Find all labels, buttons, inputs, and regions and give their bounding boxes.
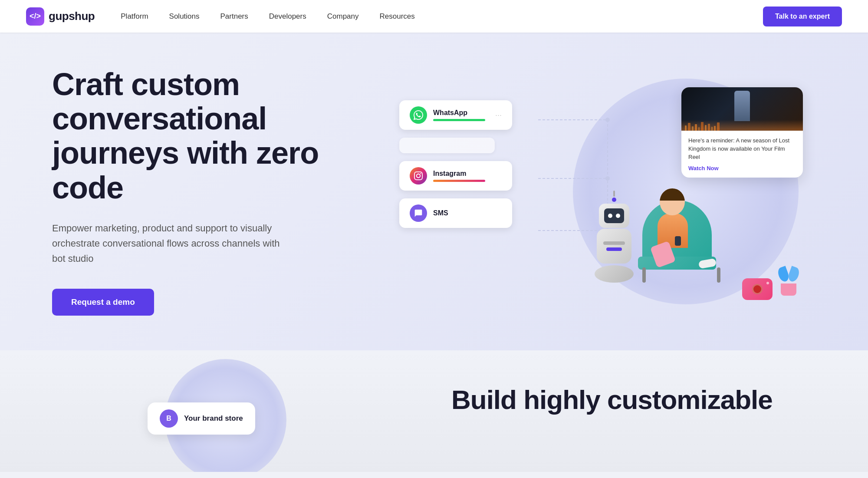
radio-decoration bbox=[742, 278, 773, 300]
sms-icon bbox=[410, 204, 427, 222]
robot-body bbox=[597, 229, 631, 264]
brand-store-card: B Your brand store bbox=[148, 402, 255, 435]
chair-leg-2 bbox=[717, 267, 720, 283]
instagram-channel: Instagram bbox=[399, 161, 512, 191]
nav-company[interactable]: Company bbox=[327, 12, 359, 21]
bottom-title: Build highly customizable bbox=[451, 385, 816, 415]
sms-label-area: SMS bbox=[433, 209, 448, 217]
instagram-bar bbox=[433, 180, 485, 182]
person-illustration bbox=[634, 161, 729, 291]
film-notification-card: Here's a reminder: A new season of Lost … bbox=[681, 87, 803, 178]
plant-leaves bbox=[779, 267, 799, 282]
logo[interactable]: </> gupshup bbox=[26, 7, 95, 26]
nav-platform[interactable]: Platform bbox=[121, 12, 148, 21]
bottom-left: B Your brand store bbox=[52, 385, 417, 455]
logo-text: gupshup bbox=[49, 10, 95, 23]
hero-title: Craft custom conversational journeys wit… bbox=[52, 67, 382, 205]
robot-antenna-ball bbox=[612, 198, 616, 202]
placeholder-card-1 bbox=[399, 138, 495, 153]
bottom-illustration-area: B Your brand store bbox=[148, 385, 321, 455]
robot-detail-2 bbox=[606, 247, 622, 251]
navbar: </> gupshup Platform Solutions Partners … bbox=[0, 0, 868, 33]
sms-label: SMS bbox=[433, 209, 448, 217]
whatsapp-icon bbox=[410, 106, 427, 124]
robot-head bbox=[599, 204, 629, 228]
plant-pot bbox=[781, 284, 796, 296]
film-card-text-area: Here's a reminder: A new season of Lost … bbox=[681, 131, 803, 178]
nav-links: Platform Solutions Partners Developers C… bbox=[121, 12, 763, 21]
hero-content: Craft custom conversational journeys wit… bbox=[52, 67, 382, 316]
whatsapp-bar bbox=[433, 119, 485, 121]
bottom-right: Build highly customizable bbox=[451, 385, 816, 415]
hero-section: Craft custom conversational journeys wit… bbox=[0, 33, 868, 350]
nav-resources[interactable]: Resources bbox=[380, 12, 415, 21]
nav-solutions[interactable]: Solutions bbox=[169, 12, 200, 21]
hero-subtitle: Empower marketing, product and support t… bbox=[52, 221, 295, 267]
robot-eye-right bbox=[616, 214, 620, 218]
person-head bbox=[660, 188, 685, 215]
radio-speaker bbox=[752, 284, 763, 294]
whatsapp-dots: ··· bbox=[495, 111, 502, 120]
instagram-label: Instagram bbox=[433, 170, 485, 178]
bottom-section: B Your brand store Build highly customiz… bbox=[0, 350, 868, 472]
plant-leaf-right bbox=[787, 266, 801, 283]
chair-leg-1 bbox=[642, 267, 646, 283]
robot-eye-left bbox=[608, 214, 612, 218]
brand-store-label: Your brand store bbox=[184, 414, 243, 423]
channels-panel: WhatsApp ··· Instagram bbox=[399, 100, 512, 228]
watch-now-link[interactable]: Watch Now bbox=[688, 165, 796, 171]
instagram-icon bbox=[410, 167, 427, 185]
film-person-silhouette bbox=[734, 91, 750, 121]
whatsapp-channel: WhatsApp ··· bbox=[399, 100, 512, 130]
nav-developers[interactable]: Developers bbox=[269, 12, 306, 21]
city-bg bbox=[681, 120, 803, 131]
robot-base bbox=[595, 265, 634, 283]
hero-illustration: WhatsApp ··· Instagram bbox=[382, 74, 816, 309]
whatsapp-label: WhatsApp bbox=[433, 109, 485, 117]
logo-icon: </> bbox=[26, 7, 44, 26]
brand-store-icon: B bbox=[160, 409, 178, 428]
sms-channel: SMS bbox=[399, 198, 512, 228]
robot-detail-1 bbox=[603, 241, 625, 245]
talk-to-expert-button[interactable]: Talk to an expert bbox=[763, 7, 842, 26]
robot-character bbox=[595, 191, 634, 283]
radio-dot bbox=[766, 282, 769, 284]
robot-face bbox=[604, 208, 624, 223]
instagram-label-area: Instagram bbox=[433, 170, 485, 182]
plant-decoration bbox=[779, 267, 799, 296]
film-thumbnail bbox=[681, 87, 803, 131]
nav-partners[interactable]: Partners bbox=[220, 12, 248, 21]
robot-antenna-stem bbox=[613, 191, 615, 197]
request-demo-button[interactable]: Request a demo bbox=[52, 289, 154, 316]
phone-in-hand bbox=[675, 236, 681, 246]
whatsapp-label-area: WhatsApp bbox=[433, 109, 485, 121]
film-card-description: Here's a reminder: A new season of Lost … bbox=[688, 137, 796, 162]
